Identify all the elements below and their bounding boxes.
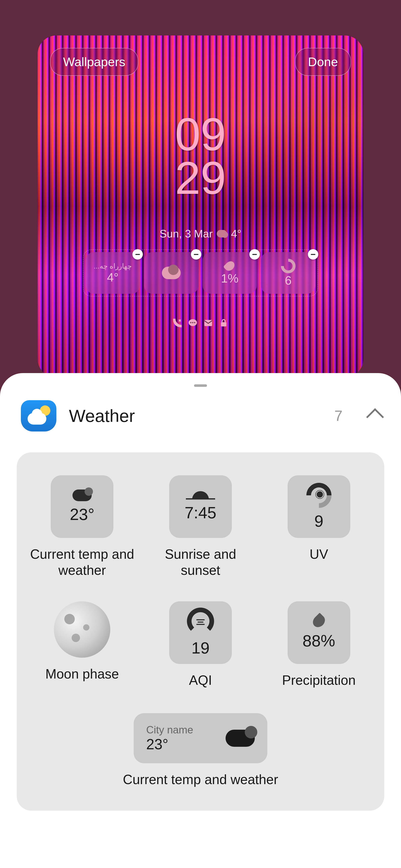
widget-precip-value: 1% [221, 271, 238, 285]
widget-location: ...چهارراه چه [94, 262, 132, 270]
weather-app-icon [21, 400, 56, 432]
widget-option-uv[interactable]: 9 UV [264, 475, 374, 579]
weather-category-header[interactable]: Weather 7 [0, 396, 401, 444]
widget-city-label: City name [146, 724, 193, 736]
widget-preview-value: 23° [146, 736, 193, 753]
lockscreen-clock: 09 29 [175, 113, 226, 200]
widget-option-city-temp[interactable]: City name 23° Current temp and weather [123, 713, 278, 788]
widget-preview-value: 7:45 [184, 503, 217, 522]
remove-widget-icon[interactable] [249, 249, 260, 259]
cloud-icon [162, 267, 181, 279]
wallpapers-button[interactable]: Wallpapers [50, 48, 138, 76]
svg-point-1 [190, 322, 192, 323]
water-drop-icon [310, 613, 327, 630]
widget-label: Sunrise and sunset [146, 546, 256, 579]
remove-widget-icon[interactable] [308, 249, 318, 259]
gauge-icon [278, 256, 299, 276]
widget-preview-value: 19 [192, 639, 210, 657]
moon-icon [54, 601, 110, 658]
cloud-icon [226, 730, 255, 747]
lock-icon [219, 318, 228, 328]
widget-label: UV [310, 546, 328, 562]
widget-option-precipitation[interactable]: 88% Precipitation [264, 601, 374, 688]
date-temp: 4° [231, 227, 241, 240]
messages-icon [188, 318, 198, 328]
widget-label: Current temp and weather [123, 772, 278, 788]
widget-option-current-temp[interactable]: 23° Current temp and weather [27, 475, 137, 579]
widget-preview-value: 9 [314, 512, 323, 531]
clock-minutes: 29 [175, 156, 226, 200]
widget-option-sunrise[interactable]: 7:45 Sunrise and sunset [146, 475, 256, 579]
lockscreen-date: Sun, 3 Mar 4° [160, 227, 241, 240]
uv-gauge-icon [301, 477, 337, 513]
clock-hours: 09 [175, 113, 226, 156]
widget-option-moon[interactable]: Moon phase [27, 601, 137, 688]
chevron-up-icon [366, 408, 384, 426]
widget-picker-sheet[interactable]: Weather 7 23° Current temp and weather 7… [0, 373, 401, 868]
water-drop-icon [223, 259, 236, 273]
widget-label: Precipitation [282, 672, 356, 688]
category-count: 7 [334, 407, 343, 424]
widget-option-aqi[interactable]: 19 AQI [146, 601, 256, 688]
category-title: Weather [69, 406, 322, 426]
svg-point-2 [192, 322, 193, 323]
svg-point-3 [194, 322, 195, 323]
sheet-drag-handle[interactable] [194, 384, 207, 387]
remove-widget-icon[interactable] [133, 249, 143, 259]
widget-preview-value: 23° [70, 505, 94, 524]
cloud-icon [73, 490, 92, 501]
notification-icons [173, 318, 228, 328]
widget-label: Current temp and weather [27, 546, 137, 579]
svg-rect-5 [221, 322, 226, 326]
widget-label: AQI [189, 672, 212, 688]
lockscreen-widget-precip[interactable]: 1% [203, 252, 257, 294]
weather-widgets-panel: 23° Current temp and weather 7:45 Sunris… [17, 452, 384, 811]
email-icon [203, 318, 213, 328]
lockscreen-widget-weather[interactable] [144, 252, 198, 294]
widget-temp-value: 4° [107, 270, 118, 284]
done-button[interactable]: Done [295, 48, 351, 76]
remove-widget-icon[interactable] [191, 249, 201, 259]
date-text: Sun, 3 Mar [160, 227, 212, 240]
weather-mini-cloud-icon [217, 230, 227, 238]
widget-label: Moon phase [45, 666, 119, 682]
lockscreen-widget-temp[interactable]: ...چهارراه چه 4° [86, 252, 140, 294]
aqi-gauge-icon [187, 608, 214, 635]
lockscreen-widget-aqi[interactable]: 6 [261, 252, 315, 294]
lockscreen-preview: Wallpapers Done 09 29 Sun, 3 Mar 4° ...چ… [37, 35, 364, 378]
widget-preview-value: 88% [303, 631, 335, 650]
lockscreen-widget-row[interactable]: ...چهارراه چه 4° 1% 6 [83, 249, 318, 297]
widget-aqi-value: 6 [285, 273, 292, 287]
sunrise-icon [192, 491, 209, 499]
missed-call-icon [173, 318, 182, 328]
